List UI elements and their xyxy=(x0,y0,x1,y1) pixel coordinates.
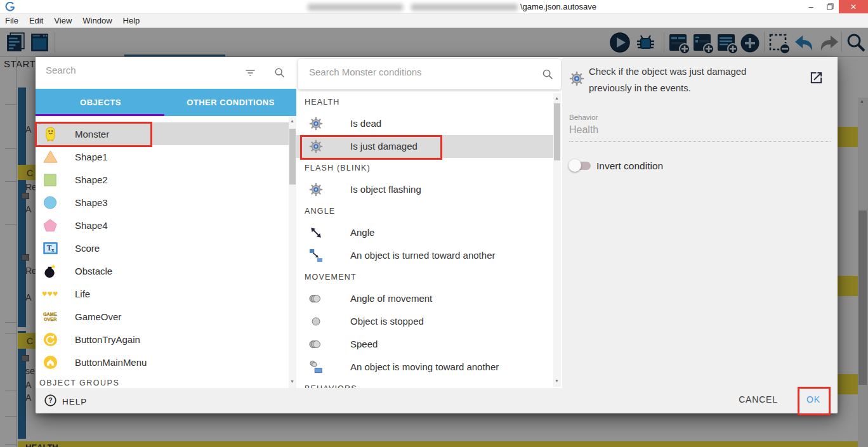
object-label: Obstacle xyxy=(75,266,112,276)
circle-icon xyxy=(42,194,58,211)
condition-item-angle-of-movement[interactable]: Angle of movement xyxy=(296,287,562,310)
tab-objects[interactable]: OBJECTS xyxy=(36,89,166,116)
scrollbar-thumb[interactable] xyxy=(289,129,296,185)
search-icon[interactable] xyxy=(273,66,286,82)
svg-text:x: x xyxy=(51,247,54,253)
invert-condition-toggle[interactable] xyxy=(570,162,591,170)
object-label: ButtonTryAgain xyxy=(75,334,140,345)
redacted-path-blur xyxy=(308,4,403,11)
object-label: Shape3 xyxy=(75,197,108,208)
object-search-row xyxy=(36,57,296,89)
help-button[interactable]: ? HELP xyxy=(44,394,87,410)
condition-item-an-object-is-turned-toward-another[interactable]: An object is turned toward another xyxy=(296,244,562,267)
condition-item-is-dead[interactable]: Is dead xyxy=(296,112,562,135)
pentagon-icon xyxy=(42,217,58,233)
menu-item[interactable]: Window xyxy=(82,16,112,25)
object-label: Shape2 xyxy=(75,174,108,185)
scroll-up-icon[interactable]: ▲ xyxy=(290,119,294,123)
svg-text:♥♥♥: ♥♥♥ xyxy=(42,290,58,297)
condition-item-object-is-stopped[interactable]: Object is stopped xyxy=(296,310,562,333)
objects-scrollbar[interactable]: ▲ ▼ xyxy=(289,116,296,388)
condition-section-header: HEALTH xyxy=(296,92,562,112)
object-item-shape1[interactable]: Shape1 xyxy=(36,145,289,168)
condition-label: Is object flashing xyxy=(350,184,421,195)
condition-section-header: BEHAVIORS xyxy=(296,379,562,388)
scroll-down-icon[interactable]: ▼ xyxy=(290,379,294,384)
condition-item-an-object-is-moving-toward-another[interactable]: An object is moving toward another xyxy=(296,356,562,379)
gear-icon xyxy=(308,116,324,131)
object-item-shape3[interactable]: Shape3 xyxy=(36,191,289,214)
object-item-score[interactable]: TxScore xyxy=(36,236,289,259)
help-icon: ? xyxy=(44,394,57,410)
condition-description: Check if the object was just damaged pre… xyxy=(589,63,774,96)
scrollbar-thumb[interactable] xyxy=(554,103,560,160)
turned-icon xyxy=(308,248,324,263)
object-label: Score xyxy=(75,243,100,254)
object-search-input[interactable] xyxy=(46,65,236,75)
condition-item-angle[interactable]: Angle xyxy=(296,221,562,244)
object-item-gameover[interactable]: GAMEOVERGameOver xyxy=(36,305,289,328)
square-icon xyxy=(42,171,58,188)
condition-search-input[interactable] xyxy=(309,67,518,77)
score-icon: Tx xyxy=(42,240,58,256)
object-item-shape2[interactable]: Shape2 xyxy=(36,168,289,191)
object-label: ButtonMainMenu xyxy=(75,357,147,368)
home-icon xyxy=(42,354,58,370)
moving-icon xyxy=(308,360,324,375)
menu-item[interactable]: File xyxy=(5,16,18,25)
object-item-shape4[interactable]: Shape4 xyxy=(36,214,289,236)
object-item-obstacle[interactable]: Obstacle xyxy=(36,259,289,282)
object-item-life[interactable]: ♥♥♥Life xyxy=(36,282,289,305)
svg-text:OVER: OVER xyxy=(43,316,56,322)
gdevelop-window: \game.json.autosave – ✕ FileEditViewWind… xyxy=(0,0,868,447)
tab-other-conditions[interactable]: OTHER CONDITIONS xyxy=(166,89,296,116)
condition-section-header: FLASH (BLINK) xyxy=(296,158,562,178)
retry-icon xyxy=(42,331,58,347)
object-label: Life xyxy=(75,288,90,299)
menu-bar: FileEditViewWindowHelp xyxy=(0,14,868,28)
filter-icon[interactable] xyxy=(244,66,257,82)
gear-icon xyxy=(308,182,324,197)
objects-list: MonsterShape1Shape2Shape3Shape4TxScoreOb… xyxy=(36,116,296,388)
circle1-icon xyxy=(308,314,324,329)
object-label: Monster xyxy=(75,129,109,139)
search-icon[interactable] xyxy=(541,67,555,84)
object-item-buttontryagain[interactable]: ButtonTryAgain xyxy=(36,328,289,351)
menu-item[interactable]: Edit xyxy=(29,16,43,25)
restore-button[interactable] xyxy=(822,0,838,13)
condition-item-is-object-flashing[interactable]: Is object flashing xyxy=(296,178,562,201)
monster-icon xyxy=(42,126,58,142)
gameover-icon: GAMEOVER xyxy=(42,308,58,325)
scroll-down-icon[interactable]: ▼ xyxy=(555,379,559,383)
condition-item-speed[interactable]: Speed xyxy=(296,333,562,356)
condition-selector-panel: HEALTHIs deadIs just damagedFLASH (BLINK… xyxy=(296,57,562,388)
condition-gear-icon xyxy=(569,71,584,89)
angle-icon xyxy=(308,225,324,240)
dialog-footer: ? HELP CANCEL OK xyxy=(36,388,838,413)
object-item-monster[interactable]: Monster xyxy=(36,122,289,145)
svg-text:?: ? xyxy=(48,396,52,404)
conditions-scrollbar[interactable]: ▲ ▼ xyxy=(553,93,561,387)
condition-label: An object is moving toward another xyxy=(350,361,499,372)
condition-detail-panel: Check if the object was just damaged pre… xyxy=(562,57,838,388)
object-label: GameOver xyxy=(75,311,121,322)
behavior-field-label: Behavior xyxy=(569,113,598,121)
condition-label: Is dead xyxy=(350,118,381,129)
condition-section-header: MOVEMENT xyxy=(296,267,562,287)
close-button[interactable]: ✕ xyxy=(839,0,868,13)
ok-button[interactable]: OK xyxy=(801,394,826,405)
object-label: Shape4 xyxy=(75,220,108,231)
menu-item[interactable]: Help xyxy=(123,16,140,25)
toggle-knob[interactable] xyxy=(569,159,581,172)
hearts-icon: ♥♥♥ xyxy=(42,285,58,302)
cancel-button[interactable]: CANCEL xyxy=(732,394,784,405)
condition-label: Angle of movement xyxy=(350,293,432,304)
minimize-button[interactable]: – xyxy=(801,0,820,13)
object-item-buttonmainmenu[interactable]: ButtonMainMenu xyxy=(36,351,289,373)
menu-item[interactable]: View xyxy=(54,16,72,25)
condition-item-is-just-damaged[interactable]: Is just damaged xyxy=(296,135,553,158)
bomb-icon xyxy=(42,262,58,279)
behavior-field-value[interactable]: Health xyxy=(569,124,598,136)
open-in-new-icon[interactable] xyxy=(809,70,824,87)
scroll-up-icon[interactable]: ▲ xyxy=(555,96,559,100)
